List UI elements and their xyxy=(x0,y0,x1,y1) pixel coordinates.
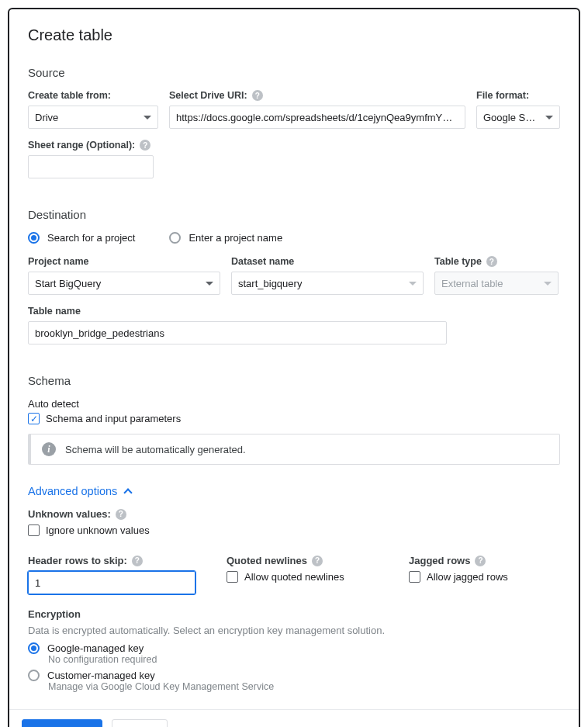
google-key-sub: No configuration required xyxy=(48,654,560,665)
google-key-radio[interactable]: Google-managed key xyxy=(28,642,560,654)
table-name-field: Table name xyxy=(28,306,447,344)
destination-section: Destination Search for a project Enter a… xyxy=(28,208,560,344)
caret-down-icon xyxy=(409,282,417,286)
caret-down-icon xyxy=(545,116,553,119)
caret-down-icon xyxy=(144,116,151,119)
enc-customer-option: Customer-managed key Manage via Google C… xyxy=(28,670,560,692)
destination-row-2: Table name xyxy=(28,306,560,344)
checkbox-icon xyxy=(409,571,420,583)
checkbox-icon xyxy=(227,571,238,583)
help-icon[interactable]: ? xyxy=(312,556,323,566)
create-table-dialog: Create table Source Create table from: D… xyxy=(8,8,580,727)
radio-icon xyxy=(28,670,40,681)
sheet-range-field: Sheet range (Optional): ? xyxy=(28,140,154,178)
customer-key-radio[interactable]: Customer-managed key xyxy=(28,670,560,681)
source-section: Source Create table from: Drive Select D… xyxy=(28,66,560,178)
table-name-label: Table name xyxy=(28,306,447,317)
radio-icon xyxy=(169,232,181,244)
dataset-name-label: Dataset name xyxy=(231,256,424,267)
create-from-field: Create table from: Drive xyxy=(28,90,158,129)
sheet-range-label: Sheet range (Optional): ? xyxy=(28,140,154,151)
enc-google-option: Google-managed key No configuration requ… xyxy=(28,642,560,665)
encryption-desc: Data is encrypted automatically. Select … xyxy=(28,625,560,636)
auto-detect-checkbox[interactable]: ✓ Schema and input parameters xyxy=(28,413,560,424)
encryption-label: Encryption xyxy=(28,608,560,620)
jagged-rows-label: Jagged rows ? xyxy=(409,555,560,566)
source-row-2: Sheet range (Optional): ? xyxy=(28,140,560,178)
file-format-select[interactable]: Google Sh… xyxy=(476,106,560,129)
caret-down-icon xyxy=(544,282,552,286)
table-type-select: External table xyxy=(434,272,559,295)
help-icon[interactable]: ? xyxy=(140,140,150,151)
create-table-button[interactable]: Create table xyxy=(22,719,102,727)
schema-section: Schema Auto detect ✓ Schema and input pa… xyxy=(28,374,560,465)
ignore-unknown-checkbox[interactable]: Ignore unknown values xyxy=(28,524,560,536)
destination-heading: Destination xyxy=(28,208,560,221)
allow-jagged-checkbox[interactable]: Allow jagged rows xyxy=(409,571,560,583)
create-from-value: Drive xyxy=(35,112,58,123)
drive-uri-label: Select Drive URI: ? xyxy=(169,90,465,101)
dialog-content: Create table Source Create table from: D… xyxy=(9,9,579,709)
create-from-select[interactable]: Drive xyxy=(28,106,158,129)
dialog-footer: Create table Cancel xyxy=(9,709,579,727)
sheet-range-input[interactable] xyxy=(28,155,154,178)
advanced-options-toggle[interactable]: Advanced options xyxy=(28,485,560,497)
unknown-values-label: Unknown values: ? xyxy=(28,508,560,520)
help-icon[interactable]: ? xyxy=(116,509,126,520)
drive-uri-field: Select Drive URI: ? xyxy=(169,90,465,129)
cancel-button[interactable]: Cancel xyxy=(112,719,168,727)
project-mode-radio-group: Search for a project Enter a project nam… xyxy=(28,232,560,244)
advanced-section: Advanced options Unknown values: ? Ignor… xyxy=(28,485,560,692)
schema-info-banner: i Schema will be automatically generated… xyxy=(28,434,560,465)
help-icon[interactable]: ? xyxy=(132,556,143,566)
table-type-field: Table type ? External table xyxy=(434,256,559,295)
project-name-field: Project name Start BigQuery xyxy=(28,256,220,295)
advanced-grid: Header rows to skip: ? Quoted newlines ?… xyxy=(28,547,560,594)
help-icon[interactable]: ? xyxy=(252,90,263,101)
dataset-name-field: Dataset name start_bigquery xyxy=(231,256,424,295)
allow-quoted-checkbox[interactable]: Allow quoted newlines xyxy=(227,571,378,583)
create-from-label: Create table from: xyxy=(28,90,158,101)
enter-project-radio[interactable]: Enter a project name xyxy=(169,232,282,244)
table-type-label: Table type ? xyxy=(434,256,559,267)
auto-detect-label: Auto detect xyxy=(28,398,560,410)
info-icon: i xyxy=(42,442,56,456)
checkbox-icon xyxy=(28,524,40,536)
search-project-radio[interactable]: Search for a project xyxy=(28,232,135,244)
project-name-select[interactable]: Start BigQuery xyxy=(28,272,220,295)
file-format-label: File format: xyxy=(476,90,560,101)
file-format-field: File format: Google Sh… xyxy=(476,90,560,129)
table-name-input[interactable] xyxy=(28,321,447,344)
caret-down-icon xyxy=(206,282,213,286)
header-rows-input[interactable] xyxy=(28,571,195,594)
header-rows-field: Header rows to skip: ? xyxy=(28,547,195,594)
file-format-value: Google Sh… xyxy=(483,112,541,123)
jagged-rows-field: Jagged rows ? Allow jagged rows xyxy=(409,547,560,594)
dialog-title: Create table xyxy=(28,26,560,44)
quoted-newlines-label: Quoted newlines ? xyxy=(227,555,378,566)
schema-heading: Schema xyxy=(28,374,560,387)
help-icon[interactable]: ? xyxy=(475,556,486,566)
radio-icon xyxy=(28,232,40,244)
customer-key-sub: Manage via Google Cloud Key Management S… xyxy=(48,681,560,692)
destination-row-1: Project name Start BigQuery Dataset name… xyxy=(28,256,560,295)
drive-uri-input[interactable] xyxy=(169,106,465,129)
source-row-1: Create table from: Drive Select Drive UR… xyxy=(28,90,560,129)
source-heading: Source xyxy=(28,66,560,79)
project-name-label: Project name xyxy=(28,256,220,267)
help-icon[interactable]: ? xyxy=(486,256,497,267)
radio-icon xyxy=(28,642,40,654)
quoted-newlines-field: Quoted newlines ? Allow quoted newlines xyxy=(227,547,378,594)
checkbox-icon: ✓ xyxy=(28,413,40,424)
chevron-up-icon xyxy=(124,488,133,497)
dataset-name-select[interactable]: start_bigquery xyxy=(231,272,424,295)
header-rows-label: Header rows to skip: ? xyxy=(28,555,195,566)
